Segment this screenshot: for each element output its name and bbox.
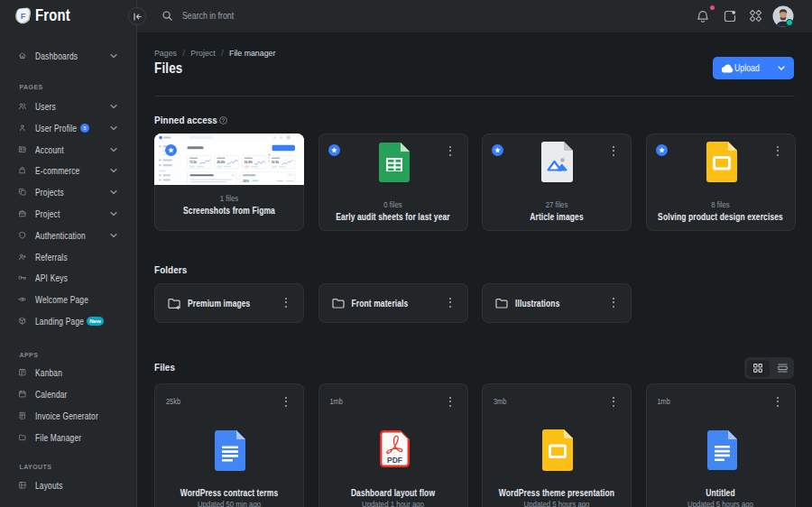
svg-text:29.4%: 29.4% xyxy=(217,161,225,164)
svg-text:92.9k: 92.9k xyxy=(272,161,279,164)
svg-text:F: F xyxy=(20,11,25,21)
svg-text:72.5k: 72.5k xyxy=(189,161,197,164)
svg-text:PDF: PDF xyxy=(387,456,402,465)
svg-text:56.8%: 56.8% xyxy=(245,161,253,164)
svg-text:20%: 20% xyxy=(243,180,249,183)
